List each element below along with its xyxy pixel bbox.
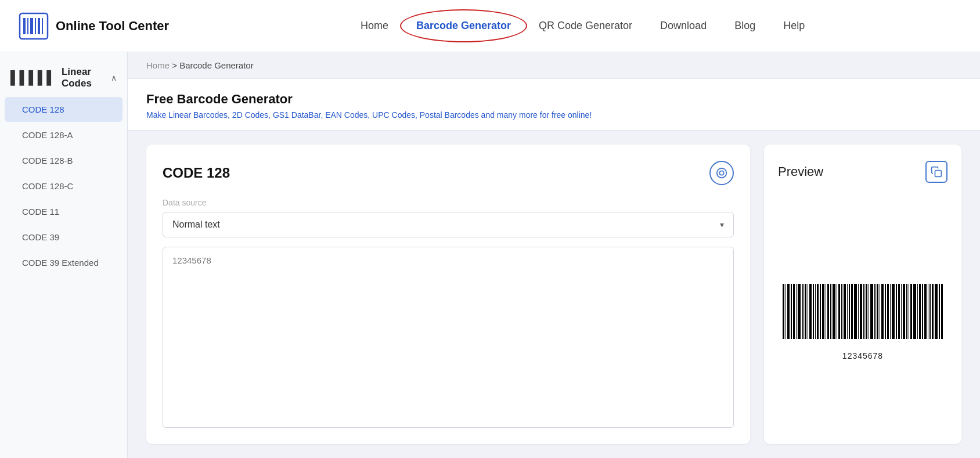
svg-rect-10 (783, 284, 784, 339)
field-label: Data source (163, 198, 734, 207)
svg-rect-12 (787, 284, 790, 339)
svg-rect-31 (838, 284, 840, 339)
barcode-text-input[interactable] (163, 247, 734, 428)
svg-rect-37 (854, 284, 857, 339)
svg-rect-30 (837, 284, 837, 339)
svg-rect-11 (786, 284, 786, 339)
breadcrumb-home[interactable]: Home (146, 60, 170, 70)
svg-rect-58 (910, 284, 912, 339)
svg-rect-57 (909, 284, 909, 339)
svg-rect-64 (928, 284, 928, 339)
copy-icon (931, 166, 942, 178)
barcode-preview: 12345678 (778, 199, 947, 428)
svg-rect-19 (808, 284, 808, 339)
barcode-mini-icon: ▌▌▌▌▌ (10, 70, 56, 85)
svg-rect-14 (793, 284, 795, 339)
svg-point-8 (719, 171, 723, 175)
nav-barcode-generator[interactable]: Barcode Generator (416, 20, 511, 32)
chevron-up-icon: ∧ (111, 73, 117, 82)
svg-rect-45 (877, 284, 878, 339)
barcode-image (781, 278, 944, 348)
preview-title: Preview (778, 164, 823, 179)
panel-title: CODE 128 (163, 165, 230, 181)
svg-rect-36 (851, 284, 853, 339)
svg-rect-22 (815, 284, 816, 339)
svg-rect-18 (805, 284, 806, 339)
svg-rect-1 (23, 18, 26, 34)
svg-rect-35 (849, 284, 850, 339)
sidebar-item-code128c[interactable]: CODE 128-C (5, 174, 123, 199)
svg-rect-59 (913, 284, 916, 339)
sidebar-item-code128b[interactable]: CODE 128-B (5, 148, 123, 173)
nav-download[interactable]: Download (660, 20, 707, 32)
svg-rect-34 (847, 284, 848, 339)
svg-rect-17 (802, 284, 804, 339)
svg-rect-13 (791, 284, 792, 339)
preview-panel: Preview (764, 145, 961, 444)
svg-rect-4 (35, 18, 36, 34)
sidebar-item-code128a[interactable]: CODE 128-A (5, 122, 123, 147)
svg-rect-50 (890, 284, 891, 339)
svg-rect-52 (896, 284, 897, 339)
nav-blog[interactable]: Blog (734, 20, 755, 32)
sidebar: ▌▌▌▌▌ Linear Codes ∧ CODE 128 CODE 128-A… (0, 52, 128, 458)
svg-rect-67 (935, 284, 938, 339)
svg-rect-41 (866, 284, 867, 339)
svg-rect-27 (827, 284, 829, 339)
svg-rect-56 (906, 284, 907, 339)
main-layout: ▌▌▌▌▌ Linear Codes ∧ CODE 128 CODE 128-A… (0, 52, 980, 458)
sidebar-item-code11[interactable]: CODE 11 (5, 199, 123, 224)
svg-rect-20 (809, 284, 812, 339)
logo-area: Online Tool Center (19, 12, 169, 40)
svg-rect-39 (860, 284, 862, 339)
svg-rect-29 (833, 284, 835, 339)
svg-rect-24 (820, 284, 821, 339)
svg-rect-16 (798, 284, 801, 339)
svg-rect-6 (42, 18, 43, 34)
sidebar-item-code39ext[interactable]: CODE 39 Extended (5, 250, 123, 275)
svg-rect-68 (939, 284, 940, 339)
svg-rect-32 (841, 284, 842, 339)
svg-rect-54 (901, 284, 902, 339)
main-nav: Home Barcode Generator QR Code Generator… (204, 20, 961, 32)
svg-rect-60 (917, 284, 918, 339)
settings-icon-button[interactable] (709, 161, 734, 185)
svg-rect-26 (826, 284, 826, 339)
svg-rect-44 (874, 284, 875, 339)
nav-home[interactable]: Home (361, 20, 388, 32)
svg-rect-3 (30, 18, 33, 34)
svg-rect-28 (830, 284, 831, 339)
barcode-value-label: 12345678 (842, 351, 883, 360)
svg-rect-2 (27, 18, 28, 34)
breadcrumb-separator: > (172, 60, 177, 70)
sidebar-item-code39[interactable]: CODE 39 (5, 225, 123, 250)
svg-rect-5 (38, 18, 40, 34)
svg-rect-46 (880, 284, 880, 339)
svg-rect-63 (924, 284, 927, 339)
copy-icon-button[interactable] (925, 161, 947, 183)
svg-rect-23 (817, 284, 819, 339)
svg-rect-40 (863, 284, 864, 339)
nav-help[interactable]: Help (783, 20, 805, 32)
svg-rect-38 (858, 284, 859, 339)
svg-rect-49 (887, 284, 889, 339)
panel-title-row: CODE 128 (163, 161, 734, 185)
sidebar-section-title: ▌▌▌▌▌ Linear Codes (10, 66, 111, 89)
svg-rect-21 (813, 284, 814, 339)
svg-rect-25 (822, 284, 824, 339)
sidebar-section-header[interactable]: ▌▌▌▌▌ Linear Codes ∧ (0, 52, 127, 96)
preview-title-row: Preview (778, 161, 947, 183)
nav-qr-code-generator[interactable]: QR Code Generator (539, 20, 632, 32)
page-subtitle: Make Linear Barcodes, 2D Codes, GS1 Data… (146, 110, 961, 120)
data-source-select[interactable]: Normal text ▾ (163, 212, 734, 237)
logo-icon (19, 12, 49, 40)
svg-rect-47 (881, 284, 884, 339)
svg-rect-48 (885, 284, 886, 339)
logo-text: Online Tool Center (56, 19, 169, 34)
sidebar-item-code128[interactable]: CODE 128 (5, 97, 123, 122)
page-title: Free Barcode Generator (146, 92, 961, 107)
svg-point-7 (717, 168, 727, 178)
svg-rect-51 (892, 284, 895, 339)
breadcrumb-current: Barcode Generator (179, 60, 254, 70)
svg-rect-9 (935, 171, 942, 177)
